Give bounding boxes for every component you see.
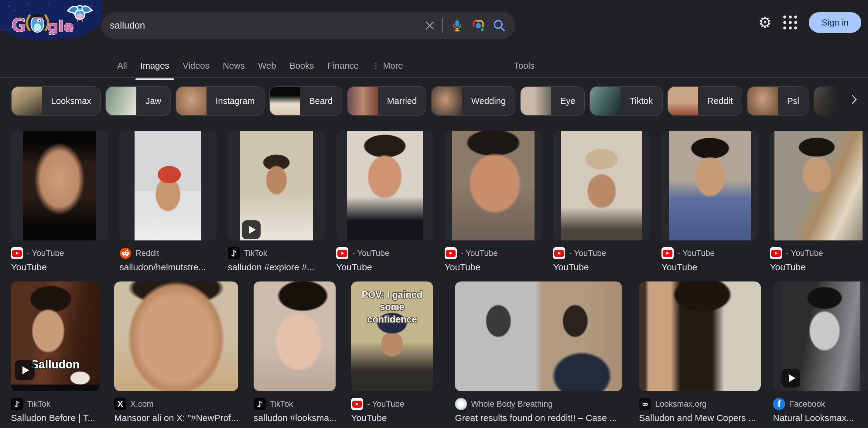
result-thumbnail[interactable] bbox=[11, 131, 108, 240]
result-source[interactable]: Reddit bbox=[135, 249, 159, 258]
result-title[interactable]: salludon #looksma... bbox=[254, 413, 336, 423]
result-thumbnail[interactable]: POV: I gained some confidence bbox=[351, 282, 433, 391]
thumbnail-caption-overlay: POV: I gained some confidence bbox=[358, 289, 427, 325]
image-result-card[interactable]: - YouTube YouTube bbox=[11, 131, 108, 273]
chip-psl[interactable]: Psl bbox=[747, 86, 809, 116]
result-thumbnail[interactable] bbox=[770, 131, 867, 240]
image-result-card[interactable]: Reddit salludon/helmutstre... bbox=[119, 131, 217, 273]
chip-thumbnail bbox=[11, 87, 42, 115]
result-thumbnail[interactable]: Salludon bbox=[11, 282, 100, 391]
result-thumbnail[interactable] bbox=[254, 282, 336, 391]
chip-thumbnail bbox=[432, 87, 462, 115]
result-thumbnail[interactable] bbox=[228, 131, 325, 240]
result-source[interactable]: - YouTube bbox=[786, 249, 823, 258]
image-result-card[interactable]: X.com Mansoor ali on X: "#NewProf... bbox=[114, 282, 238, 423]
result-source[interactable]: Looksmax.org bbox=[655, 399, 707, 409]
result-title[interactable]: YouTube bbox=[661, 262, 759, 273]
tab-news[interactable]: News bbox=[223, 61, 245, 71]
image-result-card[interactable]: Whole Body Breathing Great results found… bbox=[455, 282, 622, 423]
chip-jaw[interactable]: Jaw bbox=[105, 86, 171, 116]
result-title[interactable]: salludon/helmutstre... bbox=[119, 262, 217, 273]
result-source[interactable]: TikTok bbox=[27, 399, 51, 409]
settings-gear-icon[interactable]: ⚙ bbox=[758, 15, 772, 30]
youtube-favicon bbox=[445, 247, 457, 259]
result-source[interactable]: - YouTube bbox=[352, 249, 390, 258]
result-title[interactable]: YouTube bbox=[11, 262, 108, 273]
result-source[interactable]: TikTok bbox=[244, 249, 267, 258]
video-result-card[interactable]: Salludon TikTok Salludon Before | T... bbox=[11, 282, 100, 423]
search-input[interactable]: salludon bbox=[110, 20, 425, 31]
result-title[interactable]: YouTube bbox=[770, 262, 867, 273]
result-source[interactable]: Facebook bbox=[789, 399, 825, 409]
google-doodle-logo[interactable]: G gle bbox=[0, 0, 102, 41]
result-title[interactable]: salludon #explore #... bbox=[228, 262, 325, 273]
result-thumbnail[interactable] bbox=[119, 131, 217, 240]
search-bar[interactable]: salludon bbox=[101, 12, 515, 39]
search-result-tabs: All Images Videos News Web Books Finance… bbox=[0, 55, 534, 76]
result-thumbnail[interactable] bbox=[639, 282, 761, 391]
result-title[interactable]: Mansoor ali on X: "#NewProf... bbox=[114, 413, 238, 423]
image-result-card[interactable]: POV: I gained some confidence - YouTube … bbox=[351, 282, 433, 423]
result-thumbnail[interactable] bbox=[336, 131, 433, 240]
image-result-card[interactable]: - YouTube YouTube bbox=[553, 131, 650, 273]
chip-looksmax[interactable]: Looksmax bbox=[11, 86, 101, 116]
image-result-card[interactable]: - YouTube YouTube bbox=[336, 131, 433, 273]
image-result-card[interactable]: - YouTube YouTube bbox=[770, 131, 867, 273]
tab-finance[interactable]: Finance bbox=[328, 61, 359, 71]
result-title[interactable]: Salludon Before | T... bbox=[11, 413, 100, 423]
result-title[interactable]: YouTube bbox=[336, 262, 433, 273]
chip-eye[interactable]: Eye bbox=[520, 86, 585, 116]
result-title[interactable]: YouTube bbox=[553, 262, 650, 273]
tab-more[interactable]: ⋮ More bbox=[372, 61, 403, 71]
chip-thumbnail bbox=[747, 87, 778, 115]
google-apps-grid-icon[interactable] bbox=[783, 16, 797, 29]
result-thumbnail[interactable] bbox=[445, 131, 542, 240]
image-result-card[interactable]: - YouTube YouTube bbox=[445, 131, 542, 273]
chip-instagram[interactable]: Instagram bbox=[176, 86, 265, 116]
youtube-favicon bbox=[770, 247, 782, 259]
chip-reddit[interactable]: Reddit bbox=[667, 86, 743, 116]
result-thumbnail[interactable] bbox=[773, 282, 868, 391]
video-result-card[interactable]: Facebook Natural Looksmax... bbox=[773, 282, 868, 423]
letterbox-bar bbox=[11, 384, 100, 391]
tools-button[interactable]: Tools bbox=[514, 61, 534, 71]
tab-all[interactable]: All bbox=[117, 61, 127, 71]
result-thumbnail[interactable] bbox=[553, 131, 650, 240]
result-thumbnail[interactable] bbox=[114, 282, 238, 391]
result-source[interactable]: Whole Body Breathing bbox=[471, 399, 553, 409]
result-title[interactable]: YouTube bbox=[351, 413, 433, 423]
tab-web[interactable]: Web bbox=[258, 61, 276, 71]
result-title[interactable]: Great results found on reddit!! – Case .… bbox=[455, 413, 622, 423]
looksmax-org-favicon bbox=[639, 398, 651, 410]
clear-search-icon[interactable] bbox=[425, 20, 435, 31]
chip-wedding[interactable]: Wedding bbox=[431, 86, 516, 116]
voice-search-icon[interactable] bbox=[450, 19, 464, 32]
result-thumbnail[interactable] bbox=[455, 282, 622, 391]
chip-tiktok[interactable]: Tiktok bbox=[589, 86, 662, 116]
result-thumbnail[interactable] bbox=[661, 131, 759, 240]
search-submit-icon[interactable] bbox=[493, 19, 506, 32]
image-result-card[interactable]: - YouTube YouTube bbox=[661, 131, 759, 273]
result-source[interactable]: X.com bbox=[130, 399, 154, 409]
tab-videos[interactable]: Videos bbox=[183, 61, 209, 71]
result-title[interactable]: Salludon and Mew Copers ... bbox=[639, 413, 761, 423]
result-source[interactable]: - YouTube bbox=[27, 249, 64, 258]
google-lens-icon[interactable] bbox=[471, 19, 485, 32]
sign-in-button[interactable]: Sign in bbox=[809, 12, 861, 33]
tab-images[interactable]: Images bbox=[140, 61, 169, 71]
chips-scroll-right-icon[interactable] bbox=[847, 93, 861, 107]
result-source[interactable]: - YouTube bbox=[461, 249, 498, 258]
chip-married[interactable]: Married bbox=[347, 86, 426, 116]
image-result-card[interactable]: TikTok salludon #looksma... bbox=[254, 282, 336, 423]
result-source[interactable]: TikTok bbox=[270, 399, 293, 409]
video-result-card[interactable]: TikTok salludon #explore #... bbox=[228, 131, 325, 273]
result-title[interactable]: Natural Looksmax... bbox=[773, 413, 868, 423]
result-source[interactable]: - YouTube bbox=[569, 249, 606, 258]
result-source[interactable]: - YouTube bbox=[678, 249, 715, 258]
image-result-card[interactable]: Looksmax.org Salludon and Mew Copers ... bbox=[639, 282, 761, 423]
result-source[interactable]: - YouTube bbox=[367, 399, 404, 409]
result-title[interactable]: YouTube bbox=[445, 262, 542, 273]
youtube-favicon bbox=[351, 398, 363, 410]
chip-beard[interactable]: Beard bbox=[269, 86, 342, 116]
tab-books[interactable]: Books bbox=[289, 61, 314, 71]
